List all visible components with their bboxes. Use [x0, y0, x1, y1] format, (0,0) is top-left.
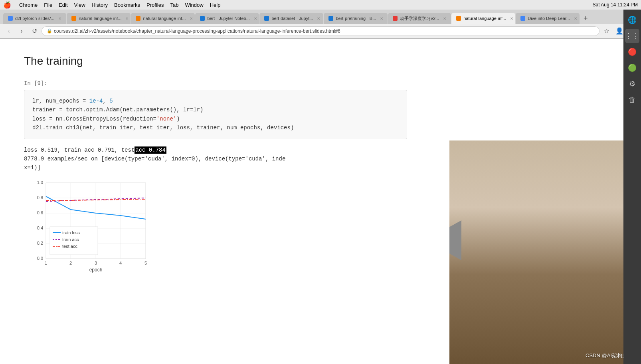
svg-text:train acc: train acc	[62, 237, 79, 242]
menu-help[interactable]: Help	[210, 2, 221, 8]
code-block: lr, num_epochs = 1e-4, 5 trainer = torch…	[24, 90, 407, 139]
play-icon[interactable]	[449, 220, 461, 260]
browser-chrome: d2l-pytorch-slides/... ✕ natural-languag…	[0, 10, 641, 39]
tab-favicon-7	[393, 16, 398, 21]
code-line-4: d2l.train_ch13(net, train_iter, test_ite…	[32, 123, 399, 132]
tab-favicon-6	[328, 16, 333, 21]
tab-close-3[interactable]: ✕	[190, 16, 193, 21]
svg-text:1.0: 1.0	[37, 180, 43, 185]
tab-close-5[interactable]: ✕	[317, 16, 320, 21]
sidebar-icon-grid[interactable]: ⋮⋮	[625, 29, 639, 43]
svg-text:2: 2	[69, 261, 72, 265]
svg-text:test acc: test acc	[62, 244, 77, 249]
tab-close-7[interactable]: ✕	[443, 16, 446, 21]
svg-text:0.2: 0.2	[37, 241, 43, 245]
menu-window[interactable]: Window	[185, 2, 203, 8]
url-text: courses.d2l.ai/zh-v2/assets/notebooks/ch…	[54, 28, 340, 34]
address-bar[interactable]: 🔒 courses.d2l.ai/zh-v2/assets/notebooks/…	[42, 26, 599, 36]
tab-close-6[interactable]: ✕	[380, 16, 383, 21]
section-title: The training	[24, 55, 617, 67]
tab-label-1: d2l-pytorch-slides/...	[15, 16, 54, 21]
sidebar-icon-1[interactable]: 🔴	[625, 45, 639, 59]
tab-close-2[interactable]: ✕	[125, 16, 129, 21]
menu-chrome[interactable]: Chrome	[19, 2, 38, 8]
menubar: 🍎 Chrome File Edit View History Bookmark…	[0, 0, 641, 10]
tab-8[interactable]: natural-language-inf... ✕	[451, 13, 515, 24]
sidebar-icon-2[interactable]: 🟢	[625, 61, 639, 75]
menu-history[interactable]: History	[92, 2, 108, 8]
apple-menu[interactable]: 🍎	[3, 1, 11, 9]
page-content: The training In [9]: lr, num_epochs = 1e…	[0, 39, 641, 364]
lock-icon: 🔒	[47, 28, 52, 34]
clock: Sat Aug 14 11:24 PM	[593, 2, 638, 8]
menu-bookmarks[interactable]: Bookmarks	[114, 2, 140, 8]
svg-text:0.0: 0.0	[37, 256, 43, 261]
new-tab-button[interactable]: +	[580, 13, 591, 24]
menu-tab[interactable]: Tab	[170, 2, 178, 8]
tab-close-1[interactable]: ✕	[58, 16, 61, 21]
highlighted-value: acc 0.784	[135, 146, 166, 154]
tab-3[interactable]: natural-language-inf... ✕	[131, 13, 195, 24]
svg-text:1: 1	[45, 261, 47, 265]
menubar-right: Sat Aug 14 11:24 PM	[593, 2, 638, 8]
svg-text:0.4: 0.4	[37, 226, 43, 230]
bookmark-button[interactable]: ☆	[601, 26, 612, 37]
menu-file[interactable]: File	[44, 2, 52, 8]
tab-label-3: natural-language-inf...	[143, 16, 186, 21]
right-sidebar: 🌐 ⋮⋮ 🔴 🟢 ⚙ 🗑	[623, 10, 641, 364]
svg-text:epoch: epoch	[89, 267, 103, 273]
tab-label-9: Dive into Deep Lear...	[528, 16, 570, 21]
browser-toolbar: ‹ › ↺ 🔒 courses.d2l.ai/zh-v2/assets/note…	[0, 24, 641, 38]
tab-label-4: bert - Jupyter Noteb...	[207, 16, 249, 21]
tab-2[interactable]: natural-language-inf... ✕	[67, 13, 131, 24]
forward-button[interactable]: ›	[16, 26, 27, 37]
tab-favicon-8	[456, 16, 461, 21]
tab-bar: d2l-pytorch-slides/... ✕ natural-languag…	[0, 10, 641, 24]
svg-text:train loss: train loss	[62, 230, 80, 235]
tab-favicon-4	[200, 16, 205, 21]
tab-favicon-5	[264, 16, 269, 21]
tab-favicon-9	[520, 16, 525, 21]
svg-text:5: 5	[144, 261, 147, 265]
cell-label: In [9]:	[24, 80, 617, 87]
code-line-1: lr, num_epochs = 1e-4, 5	[32, 97, 399, 105]
sidebar-icon-3[interactable]: ⚙	[625, 77, 639, 91]
menu-edit[interactable]: Edit	[59, 2, 67, 8]
tab-label-8: natural-language-inf...	[463, 16, 506, 21]
tab-close-4[interactable]: ✕	[254, 16, 257, 21]
svg-text:0.6: 0.6	[37, 210, 43, 215]
tab-5[interactable]: bert-dataset - Jupyt... ✕	[259, 13, 323, 24]
tab-label-2: natural-language-inf...	[79, 16, 121, 21]
tab-1[interactable]: d2l-pytorch-slides/... ✕	[3, 13, 66, 24]
tab-label-5: bert-dataset - Jupyt...	[271, 16, 313, 21]
tab-label-7: 动手学深度学习v2...	[400, 16, 439, 22]
tab-close-9[interactable]: ✕	[574, 16, 577, 21]
tab-favicon-1	[8, 16, 13, 21]
tab-4[interactable]: bert - Jupyter Noteb... ✕	[195, 13, 259, 24]
tab-favicon-3	[136, 16, 140, 21]
svg-text:0.8: 0.8	[37, 195, 43, 200]
sidebar-icon-globe[interactable]: 🌐	[625, 13, 639, 27]
training-chart: 0.0 0.2 0.4 0.6 0.8 1.0 1 2 3 4 5 epoch	[24, 179, 152, 275]
code-line-3: loss = nn.CrossEntropyLoss(reduction='no…	[32, 115, 399, 123]
tab-close-8[interactable]: ✕	[510, 16, 513, 21]
menu-profiles[interactable]: Profiles	[146, 2, 164, 8]
tab-favicon-2	[71, 16, 76, 21]
sidebar-icon-4[interactable]: 🗑	[625, 93, 639, 107]
tab-6[interactable]: bert-pretraining - B... ✕	[324, 13, 388, 24]
chart-wrapper: 0.0 0.2 0.4 0.6 0.8 1.0 1 2 3 4 5 epoch	[24, 179, 152, 275]
tab-9[interactable]: Dive into Deep Lear... ✕	[516, 13, 580, 24]
svg-text:3: 3	[95, 261, 97, 265]
reload-button[interactable]: ↺	[29, 26, 40, 37]
presenter-video: CSDN @AI架构师易筋	[449, 140, 641, 364]
code-line-2: trainer = torch.optim.Adam(net.parameter…	[32, 105, 399, 114]
svg-text:4: 4	[119, 261, 122, 265]
tab-label-6: bert-pretraining - B...	[336, 16, 376, 21]
menu-view[interactable]: View	[74, 2, 85, 8]
tab-7[interactable]: 动手学深度学习v2... ✕	[388, 13, 451, 24]
back-button[interactable]: ‹	[3, 26, 14, 37]
